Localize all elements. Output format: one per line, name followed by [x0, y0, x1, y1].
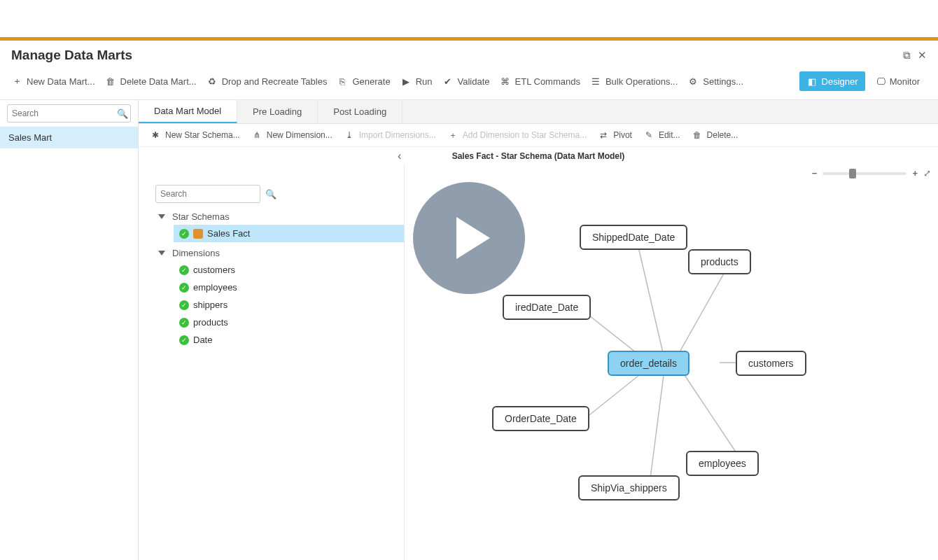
generate-icon: ⎘ — [337, 76, 348, 87]
search-input[interactable] — [12, 108, 117, 118]
tree-search-input[interactable] — [160, 189, 265, 199]
collapse-icon — [158, 251, 165, 255]
pivot-icon: ⇄ — [598, 130, 609, 141]
pivot-button[interactable]: ⇄Pivot — [598, 130, 632, 141]
monitor-icon: 🖵 — [876, 76, 886, 87]
add-dimension-button: ＋Add Dimension to Star Schema... — [447, 130, 587, 141]
diagram-node-order-details[interactable]: order_details — [608, 351, 690, 376]
diagram-node-employees[interactable]: employees — [686, 451, 759, 476]
breadcrumb-text: Sales Fact - Star Schema (Data Mart Mode… — [452, 151, 625, 161]
status-ok-icon: ✓ — [179, 265, 189, 275]
run-icon: ▶ — [400, 76, 412, 87]
gear-icon: ⚙ — [687, 76, 699, 87]
diagram-node-requireddate[interactable]: iredDate_Date — [503, 295, 591, 320]
diagram-node-orderdate[interactable]: OrderDate_Date — [492, 406, 589, 431]
recreate-icon: ♻ — [206, 76, 218, 87]
tree-item-shippers[interactable]: ✓shippers — [174, 296, 404, 314]
tree-item-date[interactable]: ✓Date — [174, 331, 404, 349]
tab-post-loading[interactable]: Post Loading — [318, 100, 402, 123]
tree-search[interactable]: 🔍 — [155, 185, 260, 203]
delete-icon: 🗑 — [692, 130, 703, 141]
tree-item-employees[interactable]: ✓employees — [174, 279, 404, 296]
new-dimension-button[interactable]: ⋔New Dimension... — [251, 130, 332, 141]
edit-icon: ✎ — [643, 130, 654, 141]
breadcrumb-back[interactable]: ‹ — [398, 150, 401, 162]
tree-group-star-schemas[interactable]: Star Schemas — [154, 209, 404, 225]
copy-icon[interactable]: ⧉ — [903, 49, 911, 62]
breadcrumb: ‹ Sales Fact - Star Schema (Data Mart Mo… — [139, 147, 938, 165]
search-icon: 🔍 — [117, 108, 128, 119]
bulk-icon: ☰ — [590, 76, 601, 87]
fact-icon — [193, 229, 203, 239]
validate-icon: ✔ — [442, 76, 454, 87]
edit-button[interactable]: ✎Edit... — [643, 130, 680, 141]
search-icon: 🔍 — [265, 189, 276, 200]
generate-button[interactable]: ⎘Generate — [337, 76, 390, 87]
etl-commands-button[interactable]: ⌘ETL Commands — [500, 76, 580, 87]
status-ok-icon: ✓ — [179, 335, 189, 345]
star-icon: ✱ — [150, 130, 161, 141]
tab-pre-loading[interactable]: Pre Loading — [237, 100, 318, 123]
bulk-operations-button[interactable]: ☰Bulk Operations... — [590, 76, 678, 87]
drop-recreate-button[interactable]: ♻Drop and Recreate Tables — [206, 76, 328, 87]
new-data-mart-button[interactable]: ＋New Data Mart... — [11, 76, 95, 87]
diagram-canvas[interactable]: − + ⤢ ShippedDate_Date products iredDat — [405, 165, 938, 560]
data-mart-item-sales[interactable]: Sales Mart — [0, 127, 138, 148]
new-star-schema-button[interactable]: ✱New Star Schema... — [150, 130, 240, 141]
tree-item-customers[interactable]: ✓customers — [174, 261, 404, 279]
data-mart-list-pane: 🔍 Sales Mart — [0, 100, 139, 560]
view-tabs: Data Mart Model Pre Loading Post Loading — [139, 100, 938, 124]
tree-item-products[interactable]: ✓products — [174, 314, 404, 331]
title-row: Manage Data Marts ⧉ ✕ — [0, 41, 938, 67]
trash-icon: 🗑 — [105, 76, 116, 87]
tree-item-sales-fact[interactable]: ✓ Sales Fact — [174, 225, 404, 242]
svg-line-4 — [587, 372, 643, 417]
schema-tree-pane: 🔍 Star Schemas ✓ Sales Fact — [139, 165, 405, 560]
status-ok-icon: ✓ — [179, 300, 189, 310]
delete-data-mart-button[interactable]: 🗑Delete Data Mart... — [105, 76, 197, 87]
monitor-mode-button[interactable]: 🖵Monitor — [869, 71, 927, 91]
diagram-node-products[interactable]: products — [688, 249, 751, 274]
dimension-icon: ⋔ — [251, 130, 262, 141]
status-ok-icon: ✓ — [179, 318, 189, 328]
collapse-icon — [158, 214, 165, 219]
svg-line-0 — [636, 235, 664, 356]
delete-button[interactable]: 🗑Delete... — [692, 130, 738, 141]
data-mart-search[interactable]: 🔍 — [7, 104, 131, 122]
tab-data-mart-model[interactable]: Data Mart Model — [139, 100, 237, 123]
validate-button[interactable]: ✔Validate — [442, 76, 490, 87]
diagram-node-shipvia[interactable]: ShipVia_shippers — [578, 475, 680, 500]
status-ok-icon: ✓ — [179, 283, 189, 293]
settings-button[interactable]: ⚙Settings... — [687, 76, 743, 87]
svg-line-6 — [650, 375, 664, 484]
diagram-node-shippeddate[interactable]: ShippedDate_Date — [580, 225, 687, 250]
designer-mode-button[interactable]: ◧Designer — [799, 71, 865, 91]
tree-group-dimensions[interactable]: Dimensions — [154, 245, 404, 261]
designer-icon: ◧ — [806, 76, 818, 87]
run-button[interactable]: ▶Run — [400, 76, 433, 87]
schema-toolbar: ✱New Star Schema... ⋔New Dimension... ⤓I… — [139, 124, 938, 147]
import-dimensions-button: ⤓Import Dimensions... — [344, 130, 436, 141]
plus-icon: ＋ — [11, 76, 22, 87]
svg-line-5 — [685, 375, 741, 459]
import-icon: ⤓ — [344, 130, 355, 141]
main-toolbar: ＋New Data Mart... 🗑Delete Data Mart... ♻… — [0, 67, 938, 100]
etl-icon: ⌘ — [500, 76, 511, 87]
status-ok-icon: ✓ — [179, 229, 189, 239]
page-title: Manage Data Marts — [11, 48, 132, 63]
diagram-node-customers[interactable]: customers — [736, 351, 806, 376]
add-dim-icon: ＋ — [447, 130, 458, 141]
close-icon[interactable]: ✕ — [918, 49, 927, 62]
